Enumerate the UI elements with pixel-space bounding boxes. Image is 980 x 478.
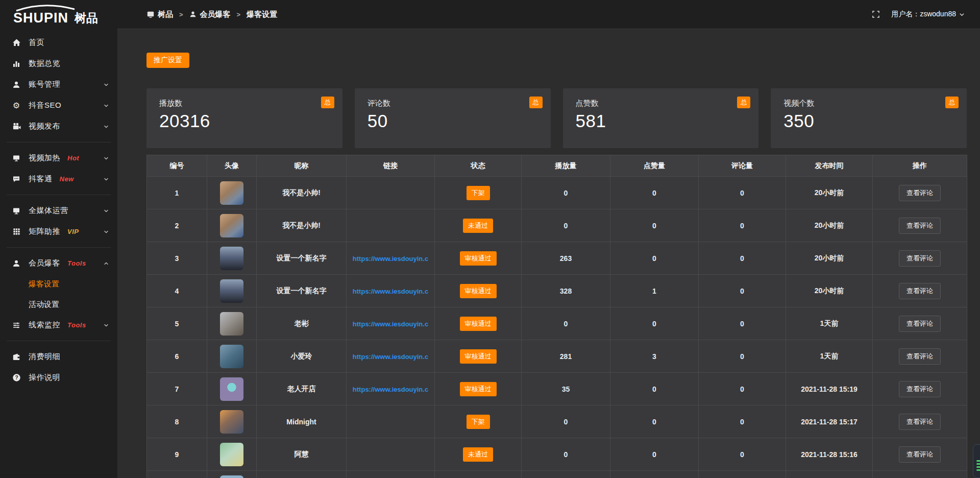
stat-card-label: 点赞数 [576, 99, 759, 108]
sidebar-item-data-overview[interactable]: 数据总览 [0, 53, 117, 74]
sidebar-item-home[interactable]: 首页 [0, 32, 117, 53]
stat-card-value: 350 [783, 111, 967, 131]
cell-plays [522, 471, 610, 478]
cell-status: 审核通过 [435, 307, 522, 340]
avatar [220, 181, 243, 205]
chevron-down-icon [959, 12, 965, 17]
table-row: 5 老彬 https://www.iesdouyin.c 审核通过 0 0 0 … [147, 307, 967, 340]
status-badge: 审核通过 [460, 382, 497, 396]
sidebar-item-douyin-seo[interactable]: ⚙ 抖音SEO [0, 95, 117, 116]
breadcrumb-home[interactable]: 树品 [147, 10, 173, 19]
status-badge: 审核通过 [460, 349, 497, 364]
video-camera-icon [12, 122, 21, 131]
cell-link [347, 177, 435, 209]
cell-nickname: 小爱玲 [257, 340, 347, 373]
avatar [220, 247, 243, 270]
sidebar-item-label: 数据总览 [29, 59, 60, 68]
video-link[interactable]: https://www.iesdouyin.c [353, 386, 428, 393]
monitor-icon [12, 206, 21, 216]
cell-id: 6 [147, 340, 207, 373]
view-comments-button[interactable]: 查看评论 [899, 348, 941, 365]
sidebar-item-member-baoke[interactable]: 会员爆客 Tools [0, 253, 117, 274]
logo-text-cn: 树品 [74, 11, 98, 25]
sidebar-subitem-label: 爆客设置 [29, 279, 59, 289]
breadcrumb-section[interactable]: 会员爆客 [189, 10, 231, 19]
promotion-settings-button[interactable]: 推广设置 [146, 53, 189, 68]
view-comments-button[interactable]: 查看评论 [899, 283, 941, 299]
stat-card-label: 评论数 [368, 99, 551, 108]
sidebar-item-video-publish[interactable]: 视频发布 [0, 116, 117, 137]
chat-icon [12, 175, 21, 184]
sidebar-item-account-management[interactable]: 账号管理 [0, 74, 117, 95]
cell-publish-time: 20小时前 [786, 209, 873, 242]
sidebar-item-all-media[interactable]: 全媒体运营 [0, 200, 117, 221]
sidebar-item-doketong[interactable]: 抖客通 New [0, 169, 117, 189]
cell-publish-time: 20小时前 [786, 275, 873, 307]
sidebar-subitem-baoke-settings[interactable]: 爆客设置 [0, 274, 117, 294]
cell-action: 查看评论 [873, 177, 967, 209]
cell-publish-time: 2021-11-28 15:19 [786, 373, 873, 405]
cell-publish-time: 1天前 [786, 340, 873, 373]
view-comments-button[interactable]: 查看评论 [899, 316, 941, 332]
table-row: 3 设置一个新名字 https://www.iesdouyin.c 审核通过 2… [147, 242, 967, 275]
sidebar-item-lead-monitoring[interactable]: 线索监控 Tools [0, 315, 117, 336]
logo-text-en: SHUPIN [13, 10, 68, 26]
logo[interactable]: SHUPIN 树品 [0, 0, 117, 29]
chevron-up-icon [104, 261, 109, 266]
cell-id [147, 471, 207, 478]
cell-id: 3 [147, 242, 207, 275]
cell-avatar [207, 307, 257, 340]
sidebar-item-consumption-details[interactable]: 消费明细 [0, 346, 117, 367]
bar-chart-icon [12, 59, 21, 68]
view-comments-button[interactable]: 查看评论 [899, 250, 941, 267]
column-header: 评论量 [699, 155, 786, 177]
gear-icon: ⚙ [12, 101, 21, 110]
video-link[interactable]: https://www.iesdouyin.c [353, 320, 428, 328]
stat-card: 评论数 50 总 [355, 88, 551, 148]
table-row: 2 我不是小帅! 未通过 0 0 0 20小时前 [147, 209, 967, 242]
sidebar-subitem-activity-settings[interactable]: 活动设置 [0, 294, 117, 315]
video-link[interactable]: https://www.iesdouyin.c [353, 288, 428, 295]
cell-plays: 328 [522, 275, 610, 307]
view-comments-button[interactable]: 查看评论 [899, 381, 941, 397]
sidebar-divider [7, 195, 111, 195]
status-badge: 下架 [467, 415, 490, 429]
stat-card-label: 播放数 [159, 99, 342, 108]
video-link[interactable]: https://www.iesdouyin.c [353, 255, 428, 262]
cell-comments: 0 [699, 275, 786, 307]
cell-plays: 0 [522, 405, 610, 438]
table-row: 查看评论 [147, 471, 967, 478]
view-comments-button[interactable]: 查看评论 [899, 218, 941, 234]
view-comments-button[interactable]: 查看评论 [899, 185, 941, 201]
user-menu[interactable]: 用户名：zswodun88 [891, 10, 965, 19]
sidebar-item-matrix-boost[interactable]: 矩阵助推 VIP [0, 221, 117, 242]
sidebar-item-label: 线索监控 [29, 320, 60, 330]
avatar [220, 475, 243, 478]
sidebar-item-label: 矩阵助推 [29, 227, 60, 236]
sidebar-item-label: 视频发布 [29, 122, 60, 131]
widget-bar [976, 469, 980, 471]
sliders-icon [12, 321, 21, 330]
view-comments-button[interactable]: 查看评论 [899, 414, 941, 430]
column-header: 链接 [347, 155, 435, 177]
cell-likes: 0 [610, 242, 699, 275]
chevron-down-icon [104, 156, 109, 161]
view-comments-button[interactable]: 查看评论 [899, 446, 941, 463]
cell-link: https://www.iesdouyin.c [347, 275, 435, 307]
cell-id: 1 [147, 177, 207, 209]
total-badge: 总 [321, 97, 334, 108]
video-link[interactable]: https://www.iesdouyin.c [353, 353, 428, 361]
column-header: 操作 [873, 155, 967, 177]
cell-status: 审核通过 [435, 340, 522, 373]
cell-nickname: 设置一个新名字 [257, 275, 347, 307]
floating-widget[interactable] [973, 444, 980, 478]
breadcrumb: 树品 > 会员爆客 > 爆客设置 [147, 10, 872, 19]
breadcrumb-separator: > [179, 11, 183, 18]
sidebar-item-instructions[interactable]: ? 操作说明 [0, 367, 117, 388]
main-content: 推广设置 播放数 20316 总 评论数 50 总 点赞数 581 总 视频个数… [117, 30, 980, 478]
sidebar-item-video-heating[interactable]: 视频加热 Hot [0, 148, 117, 169]
cell-nickname: 设置一个新名字 [257, 242, 347, 275]
fullscreen-icon[interactable] [872, 10, 880, 18]
cell-likes: 0 [610, 373, 699, 405]
breadcrumb-separator: > [237, 11, 241, 18]
